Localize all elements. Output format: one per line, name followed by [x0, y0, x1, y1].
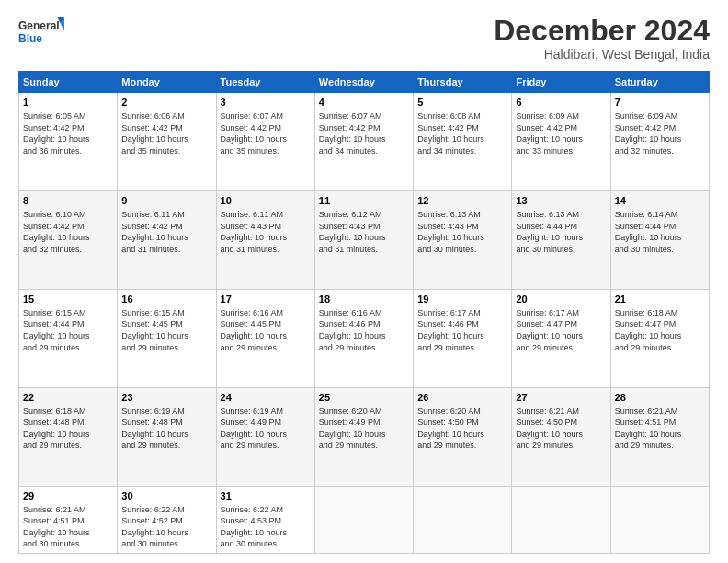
day-number: 9 — [121, 194, 211, 208]
day-info: Sunrise: 6:10 AMSunset: 4:42 PMDaylight:… — [23, 209, 113, 255]
table-row: 25Sunrise: 6:20 AMSunset: 4:49 PMDayligh… — [314, 387, 413, 486]
day-number: 22 — [23, 391, 113, 405]
logo: General Blue — [18, 15, 64, 53]
table-row: 14Sunrise: 6:14 AMSunset: 4:44 PMDayligh… — [610, 191, 709, 290]
table-row: 11Sunrise: 6:12 AMSunset: 4:43 PMDayligh… — [314, 191, 413, 290]
day-number: 16 — [121, 293, 211, 306]
table-row — [610, 486, 709, 553]
day-number: 8 — [23, 194, 113, 208]
day-number: 15 — [23, 293, 113, 306]
day-number: 1 — [23, 96, 113, 109]
table-row: 3Sunrise: 6:07 AMSunset: 4:42 PMDaylight… — [216, 93, 314, 191]
table-row: 18Sunrise: 6:16 AMSunset: 4:46 PMDayligh… — [314, 289, 413, 387]
day-number: 24 — [221, 391, 311, 405]
col-thursday: Thursday — [414, 72, 512, 93]
day-number: 12 — [417, 194, 507, 208]
day-info: Sunrise: 6:13 AMSunset: 4:44 PMDaylight:… — [516, 209, 606, 255]
day-number: 28 — [615, 391, 705, 405]
day-number: 2 — [121, 96, 211, 109]
day-info: Sunrise: 6:21 AMSunset: 4:50 PMDaylight:… — [516, 406, 606, 452]
table-row: 12Sunrise: 6:13 AMSunset: 4:43 PMDayligh… — [414, 191, 512, 290]
table-row — [414, 486, 512, 553]
table-row: 19Sunrise: 6:17 AMSunset: 4:46 PMDayligh… — [414, 289, 512, 387]
table-row: 5Sunrise: 6:08 AMSunset: 4:42 PMDaylight… — [414, 93, 512, 191]
day-info: Sunrise: 6:19 AMSunset: 4:49 PMDaylight:… — [221, 406, 311, 452]
day-info: Sunrise: 6:22 AMSunset: 4:52 PMDaylight:… — [121, 504, 211, 550]
day-info: Sunrise: 6:09 AMSunset: 4:42 PMDaylight:… — [615, 110, 705, 156]
table-row: 20Sunrise: 6:17 AMSunset: 4:47 PMDayligh… — [512, 289, 610, 387]
day-number: 5 — [417, 96, 507, 109]
table-row: 17Sunrise: 6:16 AMSunset: 4:45 PMDayligh… — [216, 289, 314, 387]
day-info: Sunrise: 6:17 AMSunset: 4:46 PMDaylight:… — [417, 307, 507, 353]
day-number: 27 — [516, 391, 606, 405]
day-number: 4 — [319, 96, 409, 109]
day-number: 31 — [221, 489, 311, 503]
table-row: 26Sunrise: 6:20 AMSunset: 4:50 PMDayligh… — [414, 387, 512, 486]
day-info: Sunrise: 6:11 AMSunset: 4:42 PMDaylight:… — [121, 209, 211, 255]
day-info: Sunrise: 6:18 AMSunset: 4:48 PMDaylight:… — [23, 406, 113, 452]
col-sunday: Sunday — [19, 72, 118, 93]
day-info: Sunrise: 6:11 AMSunset: 4:43 PMDaylight:… — [221, 209, 311, 255]
day-number: 11 — [319, 194, 409, 208]
calendar-table: Sunday Monday Tuesday Wednesday Thursday… — [18, 71, 710, 554]
day-info: Sunrise: 6:21 AMSunset: 4:51 PMDaylight:… — [23, 504, 113, 550]
day-info: Sunrise: 6:14 AMSunset: 4:44 PMDaylight:… — [615, 209, 705, 255]
day-number: 29 — [23, 489, 113, 503]
day-info: Sunrise: 6:09 AMSunset: 4:42 PMDaylight:… — [516, 110, 606, 156]
table-row: 15Sunrise: 6:15 AMSunset: 4:44 PMDayligh… — [19, 289, 118, 387]
table-row: 1Sunrise: 6:05 AMSunset: 4:42 PMDaylight… — [19, 93, 118, 191]
day-number: 3 — [221, 96, 311, 109]
day-info: Sunrise: 6:17 AMSunset: 4:47 PMDaylight:… — [516, 307, 606, 353]
month-title: December 2024 — [494, 15, 710, 47]
day-info: Sunrise: 6:20 AMSunset: 4:50 PMDaylight:… — [417, 406, 507, 452]
location: Haldibari, West Bengal, India — [494, 47, 710, 62]
table-row: 4Sunrise: 6:07 AMSunset: 4:42 PMDaylight… — [314, 93, 413, 191]
day-number: 26 — [417, 391, 507, 405]
table-row: 23Sunrise: 6:19 AMSunset: 4:48 PMDayligh… — [118, 387, 216, 486]
table-row: 22Sunrise: 6:18 AMSunset: 4:48 PMDayligh… — [19, 387, 118, 486]
day-info: Sunrise: 6:07 AMSunset: 4:42 PMDaylight:… — [319, 110, 409, 156]
day-number: 17 — [221, 293, 311, 306]
day-info: Sunrise: 6:13 AMSunset: 4:43 PMDaylight:… — [417, 209, 507, 255]
day-number: 6 — [516, 96, 606, 109]
header: General Blue December 2024 Haldibari, We… — [18, 15, 710, 62]
day-number: 13 — [516, 194, 606, 208]
day-number: 10 — [221, 194, 311, 208]
day-info: Sunrise: 6:18 AMSunset: 4:47 PMDaylight:… — [615, 307, 705, 353]
day-info: Sunrise: 6:06 AMSunset: 4:42 PMDaylight:… — [121, 110, 211, 156]
table-row: 24Sunrise: 6:19 AMSunset: 4:49 PMDayligh… — [216, 387, 314, 486]
table-row: 27Sunrise: 6:21 AMSunset: 4:50 PMDayligh… — [512, 387, 610, 486]
day-number: 7 — [615, 96, 705, 109]
day-info: Sunrise: 6:15 AMSunset: 4:44 PMDaylight:… — [23, 307, 113, 353]
day-info: Sunrise: 6:05 AMSunset: 4:42 PMDaylight:… — [23, 110, 113, 156]
day-info: Sunrise: 6:19 AMSunset: 4:48 PMDaylight:… — [121, 406, 211, 452]
day-number: 30 — [121, 489, 211, 503]
day-number: 20 — [516, 293, 606, 306]
table-row: 6Sunrise: 6:09 AMSunset: 4:42 PMDaylight… — [512, 93, 610, 191]
day-number: 25 — [319, 391, 409, 405]
day-info: Sunrise: 6:20 AMSunset: 4:49 PMDaylight:… — [319, 406, 409, 452]
day-info: Sunrise: 6:15 AMSunset: 4:45 PMDaylight:… — [121, 307, 211, 353]
table-row: 30Sunrise: 6:22 AMSunset: 4:52 PMDayligh… — [118, 486, 216, 553]
table-row: 16Sunrise: 6:15 AMSunset: 4:45 PMDayligh… — [118, 289, 216, 387]
svg-text:General: General — [18, 19, 60, 32]
table-row: 13Sunrise: 6:13 AMSunset: 4:44 PMDayligh… — [512, 191, 610, 290]
day-number: 23 — [121, 391, 211, 405]
title-block: December 2024 Haldibari, West Bengal, In… — [494, 15, 710, 62]
calendar-header-row: Sunday Monday Tuesday Wednesday Thursday… — [19, 72, 710, 93]
table-row: 21Sunrise: 6:18 AMSunset: 4:47 PMDayligh… — [610, 289, 709, 387]
day-info: Sunrise: 6:16 AMSunset: 4:45 PMDaylight:… — [221, 307, 311, 353]
table-row: 7Sunrise: 6:09 AMSunset: 4:42 PMDaylight… — [610, 93, 709, 191]
day-info: Sunrise: 6:22 AMSunset: 4:53 PMDaylight:… — [221, 504, 311, 550]
table-row: 2Sunrise: 6:06 AMSunset: 4:42 PMDaylight… — [118, 93, 216, 191]
col-wednesday: Wednesday — [314, 72, 413, 93]
day-info: Sunrise: 6:12 AMSunset: 4:43 PMDaylight:… — [319, 209, 409, 255]
table-row: 31Sunrise: 6:22 AMSunset: 4:53 PMDayligh… — [216, 486, 314, 553]
day-number: 19 — [417, 293, 507, 306]
col-tuesday: Tuesday — [216, 72, 314, 93]
page: General Blue December 2024 Haldibari, We… — [0, 0, 728, 563]
table-row: 28Sunrise: 6:21 AMSunset: 4:51 PMDayligh… — [610, 387, 709, 486]
day-info: Sunrise: 6:08 AMSunset: 4:42 PMDaylight:… — [417, 110, 507, 156]
logo-svg: General Blue — [18, 15, 64, 53]
day-info: Sunrise: 6:16 AMSunset: 4:46 PMDaylight:… — [319, 307, 409, 353]
